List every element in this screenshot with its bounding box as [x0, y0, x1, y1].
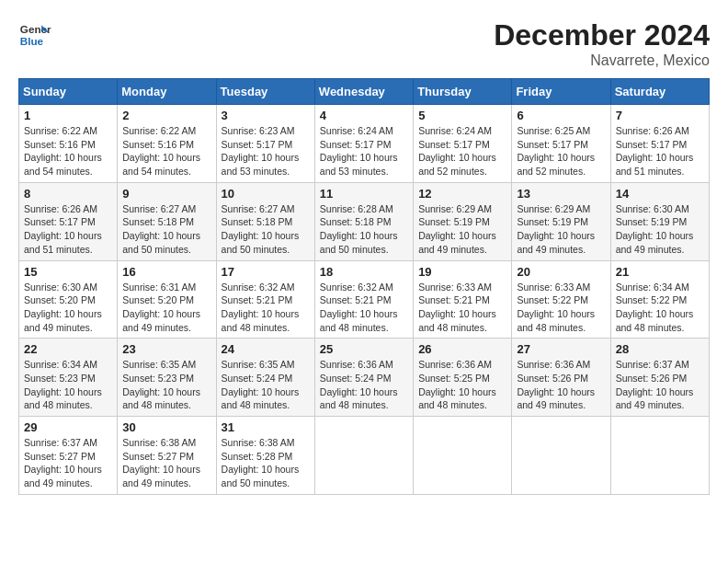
page-subtitle: Navarrete, Mexico [494, 52, 710, 69]
table-row: 22Sunrise: 6:34 AMSunset: 5:23 PMDayligh… [19, 339, 118, 417]
table-row: 11Sunrise: 6:28 AMSunset: 5:18 PMDayligh… [314, 182, 413, 260]
table-row: 5Sunrise: 6:24 AMSunset: 5:17 PMDaylight… [414, 105, 512, 183]
svg-text:General: General [20, 23, 51, 35]
col-wednesday: Wednesday [314, 79, 413, 105]
logo-icon: General Blue [18, 18, 51, 52]
page-header: General Blue December 2024 Navarrete, Me… [18, 18, 710, 69]
table-row: 25Sunrise: 6:36 AMSunset: 5:24 PMDayligh… [314, 339, 413, 417]
table-row: 2Sunrise: 6:22 AMSunset: 5:16 PMDaylight… [118, 105, 216, 183]
table-row: 14Sunrise: 6:30 AMSunset: 5:19 PMDayligh… [610, 182, 709, 260]
calendar-table: Sunday Monday Tuesday Wednesday Thursday… [18, 78, 710, 495]
table-row [610, 417, 709, 495]
logo: General Blue [18, 18, 51, 52]
table-row: 28Sunrise: 6:37 AMSunset: 5:26 PMDayligh… [610, 339, 709, 417]
table-row: 26Sunrise: 6:36 AMSunset: 5:25 PMDayligh… [414, 339, 512, 417]
table-row: 6Sunrise: 6:25 AMSunset: 5:17 PMDaylight… [512, 105, 610, 183]
col-tuesday: Tuesday [216, 79, 314, 105]
table-row: 31Sunrise: 6:38 AMSunset: 5:28 PMDayligh… [216, 417, 314, 495]
svg-text:Blue: Blue [20, 35, 44, 47]
title-block: December 2024 Navarrete, Mexico [494, 18, 710, 69]
table-row: 30Sunrise: 6:38 AMSunset: 5:27 PMDayligh… [118, 417, 216, 495]
table-row: 24Sunrise: 6:35 AMSunset: 5:24 PMDayligh… [216, 339, 314, 417]
col-thursday: Thursday [414, 79, 512, 105]
col-sunday: Sunday [19, 79, 118, 105]
table-row: 7Sunrise: 6:26 AMSunset: 5:17 PMDaylight… [610, 105, 709, 183]
table-row: 4Sunrise: 6:24 AMSunset: 5:17 PMDaylight… [314, 105, 413, 183]
table-row: 29Sunrise: 6:37 AMSunset: 5:27 PMDayligh… [19, 417, 118, 495]
table-row: 13Sunrise: 6:29 AMSunset: 5:19 PMDayligh… [512, 182, 610, 260]
table-row: 8Sunrise: 6:26 AMSunset: 5:17 PMDaylight… [19, 182, 118, 260]
table-row: 18Sunrise: 6:32 AMSunset: 5:21 PMDayligh… [314, 260, 413, 339]
table-row [414, 417, 512, 495]
page-title: December 2024 [494, 18, 710, 52]
table-row: 9Sunrise: 6:27 AMSunset: 5:18 PMDaylight… [118, 182, 216, 260]
table-row: 17Sunrise: 6:32 AMSunset: 5:21 PMDayligh… [216, 260, 314, 339]
col-monday: Monday [118, 79, 216, 105]
table-row: 1Sunrise: 6:22 AMSunset: 5:16 PMDaylight… [19, 105, 118, 183]
table-row [512, 417, 610, 495]
table-row [314, 417, 413, 495]
col-saturday: Saturday [610, 79, 709, 105]
table-row: 27Sunrise: 6:36 AMSunset: 5:26 PMDayligh… [512, 339, 610, 417]
table-row: 15Sunrise: 6:30 AMSunset: 5:20 PMDayligh… [19, 260, 118, 339]
table-row: 20Sunrise: 6:33 AMSunset: 5:22 PMDayligh… [512, 260, 610, 339]
table-row: 12Sunrise: 6:29 AMSunset: 5:19 PMDayligh… [414, 182, 512, 260]
table-row: 19Sunrise: 6:33 AMSunset: 5:21 PMDayligh… [414, 260, 512, 339]
table-row: 3Sunrise: 6:23 AMSunset: 5:17 PMDaylight… [216, 105, 314, 183]
table-row: 21Sunrise: 6:34 AMSunset: 5:22 PMDayligh… [610, 260, 709, 339]
table-row: 10Sunrise: 6:27 AMSunset: 5:18 PMDayligh… [216, 182, 314, 260]
table-row: 16Sunrise: 6:31 AMSunset: 5:20 PMDayligh… [118, 260, 216, 339]
calendar-header-row: Sunday Monday Tuesday Wednesday Thursday… [19, 79, 710, 105]
col-friday: Friday [512, 79, 610, 105]
table-row: 23Sunrise: 6:35 AMSunset: 5:23 PMDayligh… [118, 339, 216, 417]
